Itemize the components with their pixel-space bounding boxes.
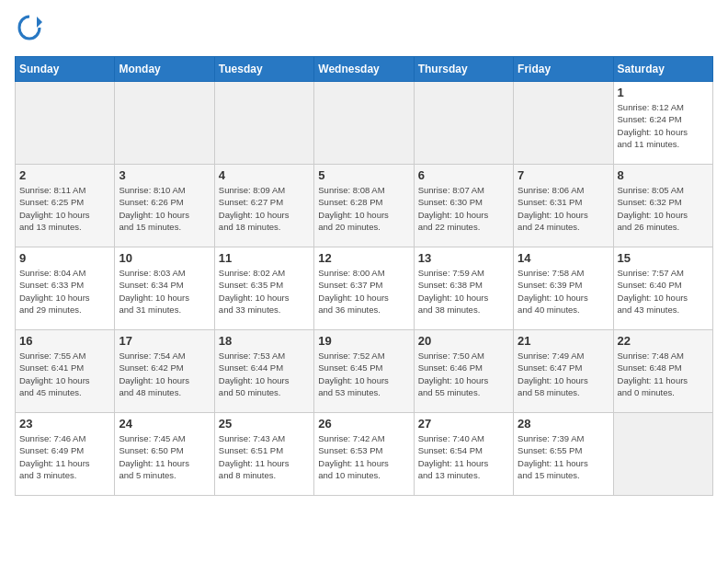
day-number: 15 bbox=[618, 251, 709, 265]
calendar-cell bbox=[514, 82, 613, 165]
calendar-cell: 20Sunrise: 7:50 AM Sunset: 6:46 PM Dayli… bbox=[414, 330, 513, 413]
calendar-cell bbox=[314, 82, 414, 165]
day-number: 7 bbox=[518, 168, 609, 182]
day-info: Sunrise: 8:11 AM Sunset: 6:25 PM Dayligh… bbox=[19, 184, 110, 233]
day-info: Sunrise: 8:04 AM Sunset: 6:33 PM Dayligh… bbox=[19, 267, 110, 316]
calendar-cell: 21Sunrise: 7:49 AM Sunset: 6:47 PM Dayli… bbox=[514, 330, 613, 413]
calendar-cell: 5Sunrise: 8:08 AM Sunset: 6:28 PM Daylig… bbox=[314, 165, 414, 247]
calendar-cell: 19Sunrise: 7:52 AM Sunset: 6:45 PM Dayli… bbox=[314, 330, 414, 413]
day-info: Sunrise: 8:10 AM Sunset: 6:26 PM Dayligh… bbox=[119, 184, 210, 233]
calendar-cell: 27Sunrise: 7:40 AM Sunset: 6:54 PM Dayli… bbox=[414, 413, 513, 496]
day-number: 1 bbox=[618, 86, 709, 99]
logo-icon bbox=[17, 15, 42, 40]
day-number: 10 bbox=[119, 251, 210, 265]
day-number: 17 bbox=[119, 334, 210, 348]
calendar-cell: 4Sunrise: 8:09 AM Sunset: 6:27 PM Daylig… bbox=[214, 165, 313, 247]
day-info: Sunrise: 7:43 AM Sunset: 6:51 PM Dayligh… bbox=[219, 432, 310, 481]
day-info: Sunrise: 7:54 AM Sunset: 6:42 PM Dayligh… bbox=[119, 350, 210, 398]
calendar-table: SundayMondayTuesdayWednesdayThursdayFrid… bbox=[15, 56, 713, 496]
calendar-cell: 8Sunrise: 8:05 AM Sunset: 6:32 PM Daylig… bbox=[613, 165, 712, 247]
day-number: 14 bbox=[518, 251, 609, 265]
day-info: Sunrise: 7:45 AM Sunset: 6:50 PM Dayligh… bbox=[119, 432, 210, 481]
day-info: Sunrise: 8:09 AM Sunset: 6:27 PM Dayligh… bbox=[219, 184, 310, 233]
page-header bbox=[15, 15, 713, 45]
calendar-cell: 6Sunrise: 8:07 AM Sunset: 6:30 PM Daylig… bbox=[414, 165, 513, 247]
calendar-cell: 1Sunrise: 8:12 AM Sunset: 6:24 PM Daylig… bbox=[613, 82, 712, 165]
calendar-cell: 2Sunrise: 8:11 AM Sunset: 6:25 PM Daylig… bbox=[16, 165, 115, 247]
calendar-cell: 16Sunrise: 7:55 AM Sunset: 6:41 PM Dayli… bbox=[16, 330, 115, 413]
day-info: Sunrise: 7:53 AM Sunset: 6:44 PM Dayligh… bbox=[219, 350, 310, 398]
day-number: 25 bbox=[219, 417, 310, 431]
weekday-header-sunday: Sunday bbox=[16, 57, 115, 82]
calendar-cell bbox=[414, 82, 513, 165]
calendar-cell: 28Sunrise: 7:39 AM Sunset: 6:55 PM Dayli… bbox=[514, 413, 613, 496]
day-info: Sunrise: 7:48 AM Sunset: 6:48 PM Dayligh… bbox=[618, 350, 709, 398]
calendar-cell: 22Sunrise: 7:48 AM Sunset: 6:48 PM Dayli… bbox=[613, 330, 712, 413]
logo-text bbox=[15, 15, 42, 45]
calendar-cell bbox=[16, 82, 115, 165]
calendar-cell: 9Sunrise: 8:04 AM Sunset: 6:33 PM Daylig… bbox=[16, 247, 115, 330]
weekday-header-tuesday: Tuesday bbox=[214, 57, 313, 82]
day-number: 18 bbox=[219, 334, 310, 348]
calendar-cell bbox=[613, 413, 712, 496]
day-number: 2 bbox=[19, 168, 110, 182]
day-number: 8 bbox=[618, 168, 709, 182]
day-number: 13 bbox=[418, 251, 509, 265]
day-number: 23 bbox=[19, 417, 110, 431]
calendar-cell: 24Sunrise: 7:45 AM Sunset: 6:50 PM Dayli… bbox=[115, 413, 214, 496]
weekday-header-monday: Monday bbox=[115, 57, 214, 82]
calendar-cell: 13Sunrise: 7:59 AM Sunset: 6:38 PM Dayli… bbox=[414, 247, 513, 330]
day-number: 9 bbox=[19, 251, 110, 265]
day-number: 12 bbox=[318, 251, 409, 265]
day-number: 16 bbox=[19, 334, 110, 348]
calendar-cell: 12Sunrise: 8:00 AM Sunset: 6:37 PM Dayli… bbox=[314, 247, 414, 330]
weekday-header-wednesday: Wednesday bbox=[314, 57, 414, 82]
day-info: Sunrise: 7:58 AM Sunset: 6:39 PM Dayligh… bbox=[518, 267, 609, 316]
day-info: Sunrise: 8:05 AM Sunset: 6:32 PM Dayligh… bbox=[618, 184, 709, 233]
day-number: 20 bbox=[418, 334, 509, 348]
weekday-header-saturday: Saturday bbox=[613, 57, 712, 82]
day-info: Sunrise: 8:02 AM Sunset: 6:35 PM Dayligh… bbox=[219, 267, 310, 316]
calendar-cell: 17Sunrise: 7:54 AM Sunset: 6:42 PM Dayli… bbox=[115, 330, 214, 413]
calendar-cell bbox=[115, 82, 214, 165]
day-number: 26 bbox=[318, 417, 409, 431]
day-info: Sunrise: 8:08 AM Sunset: 6:28 PM Dayligh… bbox=[318, 184, 409, 233]
calendar-cell: 18Sunrise: 7:53 AM Sunset: 6:44 PM Dayli… bbox=[214, 330, 313, 413]
logo bbox=[15, 15, 42, 45]
calendar-cell: 11Sunrise: 8:02 AM Sunset: 6:35 PM Dayli… bbox=[214, 247, 313, 330]
day-info: Sunrise: 7:49 AM Sunset: 6:47 PM Dayligh… bbox=[518, 350, 609, 398]
day-info: Sunrise: 8:00 AM Sunset: 6:37 PM Dayligh… bbox=[318, 267, 409, 316]
day-number: 11 bbox=[219, 251, 310, 265]
day-info: Sunrise: 7:55 AM Sunset: 6:41 PM Dayligh… bbox=[19, 350, 110, 398]
day-info: Sunrise: 7:39 AM Sunset: 6:55 PM Dayligh… bbox=[518, 432, 609, 481]
day-info: Sunrise: 7:40 AM Sunset: 6:54 PM Dayligh… bbox=[418, 432, 509, 481]
day-info: Sunrise: 7:50 AM Sunset: 6:46 PM Dayligh… bbox=[418, 350, 509, 398]
calendar-cell: 23Sunrise: 7:46 AM Sunset: 6:49 PM Dayli… bbox=[16, 413, 115, 496]
weekday-header-friday: Friday bbox=[514, 57, 613, 82]
day-number: 21 bbox=[518, 334, 609, 348]
day-number: 27 bbox=[418, 417, 509, 431]
calendar-cell: 15Sunrise: 7:57 AM Sunset: 6:40 PM Dayli… bbox=[613, 247, 712, 330]
calendar-cell: 10Sunrise: 8:03 AM Sunset: 6:34 PM Dayli… bbox=[115, 247, 214, 330]
day-number: 4 bbox=[219, 168, 310, 182]
day-number: 28 bbox=[518, 417, 609, 431]
day-info: Sunrise: 8:06 AM Sunset: 6:31 PM Dayligh… bbox=[518, 184, 609, 233]
day-number: 5 bbox=[318, 168, 409, 182]
calendar-cell: 14Sunrise: 7:58 AM Sunset: 6:39 PM Dayli… bbox=[514, 247, 613, 330]
day-info: Sunrise: 8:12 AM Sunset: 6:24 PM Dayligh… bbox=[618, 101, 709, 150]
calendar-cell: 26Sunrise: 7:42 AM Sunset: 6:53 PM Dayli… bbox=[314, 413, 414, 496]
day-info: Sunrise: 7:46 AM Sunset: 6:49 PM Dayligh… bbox=[19, 432, 110, 481]
calendar-cell: 3Sunrise: 8:10 AM Sunset: 6:26 PM Daylig… bbox=[115, 165, 214, 247]
day-info: Sunrise: 7:57 AM Sunset: 6:40 PM Dayligh… bbox=[618, 267, 709, 316]
day-number: 19 bbox=[318, 334, 409, 348]
day-number: 3 bbox=[119, 168, 210, 182]
day-info: Sunrise: 7:52 AM Sunset: 6:45 PM Dayligh… bbox=[318, 350, 409, 398]
day-info: Sunrise: 7:59 AM Sunset: 6:38 PM Dayligh… bbox=[418, 267, 509, 316]
day-number: 6 bbox=[418, 168, 509, 182]
weekday-header-thursday: Thursday bbox=[414, 57, 513, 82]
calendar-cell: 7Sunrise: 8:06 AM Sunset: 6:31 PM Daylig… bbox=[514, 165, 613, 247]
day-number: 22 bbox=[618, 334, 709, 348]
day-number: 24 bbox=[119, 417, 210, 431]
calendar-cell bbox=[214, 82, 313, 165]
day-info: Sunrise: 7:42 AM Sunset: 6:53 PM Dayligh… bbox=[318, 432, 409, 481]
